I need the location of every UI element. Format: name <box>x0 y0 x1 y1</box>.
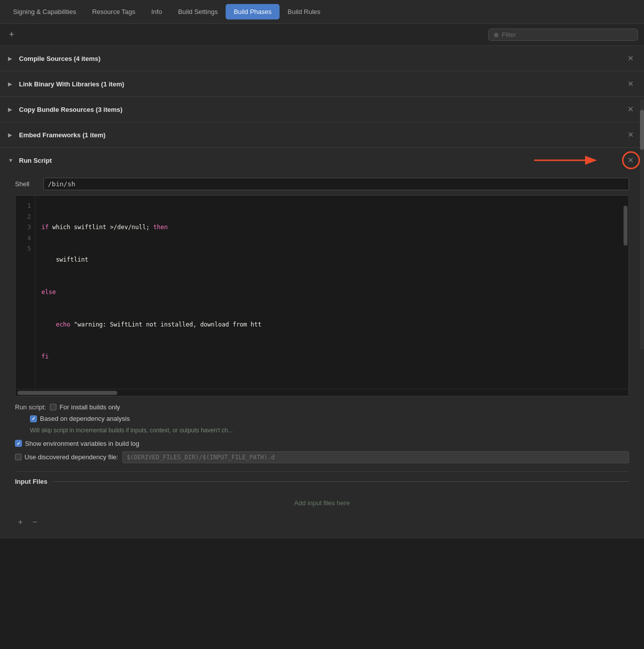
code-line-3: else <box>41 287 619 298</box>
code-lines: if which swiftlint >/dev/null; then swif… <box>35 196 629 389</box>
compile-sources-header[interactable]: ▶ Compile Sources (4 items) ✕ <box>0 46 644 71</box>
code-line-1: if which swiftlint >/dev/null; then <box>41 222 619 233</box>
run-script-option-row: Run script: For install builds only <box>15 403 629 411</box>
chevron-down-icon: ▼ <box>8 157 14 163</box>
add-remove-row: + − <box>15 512 629 528</box>
input-files-section: Input Files Add input files here + − <box>15 471 629 528</box>
dep-file-input[interactable] <box>122 451 629 463</box>
dep-file-checkbox[interactable] <box>15 454 21 460</box>
add-phase-button[interactable]: + <box>6 28 17 41</box>
show-env-vars-label: Show environment variables in build log <box>25 440 139 447</box>
link-binary-header[interactable]: ▶ Link Binary With Libraries (1 item) ✕ <box>0 71 644 96</box>
right-scrollbar[interactable] <box>640 100 644 349</box>
filter-input[interactable] <box>502 31 633 38</box>
run-script-close-button[interactable]: ✕ <box>626 155 636 166</box>
tab-build-phases[interactable]: Build Phases <box>226 4 280 19</box>
filter-icon: ⊜ <box>494 31 499 38</box>
input-files-title: Input Files <box>15 478 47 485</box>
code-line-2: swiftlint <box>41 255 619 266</box>
remove-input-file-button[interactable]: − <box>29 517 40 528</box>
run-script-section: ▼ Run Script ✕ Shell <box>0 148 644 538</box>
tab-info[interactable]: Info <box>143 4 170 19</box>
copy-bundle-close-button[interactable]: ✕ <box>626 104 636 115</box>
dep-file-row: Use discovered dependency file: <box>15 451 629 463</box>
code-editor[interactable]: 1 2 3 4 5 if which swiftlint >/dev/null;… <box>15 195 629 396</box>
embed-frameworks-close-button[interactable]: ✕ <box>626 129 636 140</box>
shell-label: Shell <box>15 180 37 188</box>
for-install-only-checkbox[interactable] <box>50 404 56 410</box>
main-content: ▶ Compile Sources (4 items) ✕ ▶ Link Bin… <box>0 46 644 538</box>
right-scrollbar-thumb[interactable] <box>640 110 644 150</box>
link-binary-title: Link Binary With Libraries (1 item) <box>19 80 124 88</box>
copy-bundle-section: ▶ Copy Bundle Resources (3 items) ✕ <box>0 97 644 122</box>
dependency-analysis-label: Based on dependency analysis <box>40 415 130 422</box>
for-install-only-label: For install builds only <box>59 403 120 411</box>
add-input-placeholder: Add input files here <box>15 489 629 512</box>
filter-container: ⊜ <box>488 28 638 41</box>
run-script-title: Run Script <box>19 157 52 164</box>
dependency-subtext: Will skip script in incremental builds i… <box>15 426 629 435</box>
dep-file-label: Use discovered dependency file: <box>24 453 118 461</box>
code-hscrollbar[interactable] <box>15 389 629 396</box>
dependency-analysis-row: Based on dependency analysis <box>15 415 629 422</box>
run-script-close-wrapper: ✕ <box>626 155 636 166</box>
tab-resource-tags[interactable]: Resource Tags <box>84 4 143 19</box>
compile-sources-close-button[interactable]: ✕ <box>626 53 636 64</box>
copy-bundle-title: Copy Bundle Resources (3 items) <box>19 106 122 113</box>
run-script-header[interactable]: ▼ Run Script ✕ <box>0 148 644 173</box>
link-binary-close-button[interactable]: ✕ <box>626 78 636 89</box>
input-files-header: Input Files <box>15 472 629 489</box>
toolbar: + ⊜ <box>0 24 644 46</box>
run-script-content: Shell 1 2 3 4 5 if which swiftlint >/dev… <box>0 173 644 538</box>
run-script-label: Run script: <box>15 403 46 411</box>
embed-frameworks-header[interactable]: ▶ Embed Frameworks (1 item) ✕ <box>0 122 644 147</box>
embed-frameworks-section: ▶ Embed Frameworks (1 item) ✕ <box>0 122 644 148</box>
shell-input[interactable] <box>43 178 629 190</box>
code-hscrollbar-thumb[interactable] <box>17 391 117 395</box>
line-numbers: 1 2 3 4 5 <box>15 196 35 389</box>
show-env-vars-checkbox[interactable] <box>15 440 22 447</box>
link-binary-section: ▶ Link Binary With Libraries (1 item) ✕ <box>0 71 644 97</box>
code-line-4: echo "warning: SwiftLint not installed, … <box>41 320 619 330</box>
tab-signing[interactable]: Signing & Capabilities <box>5 4 84 19</box>
tab-build-settings[interactable]: Build Settings <box>170 4 226 19</box>
code-line-5: fi <box>41 351 619 362</box>
dependency-analysis-checkbox[interactable] <box>30 415 37 422</box>
copy-bundle-header[interactable]: ▶ Copy Bundle Resources (3 items) ✕ <box>0 97 644 122</box>
code-scrollbar-thumb[interactable] <box>624 206 628 246</box>
compile-sources-section: ▶ Compile Sources (4 items) ✕ <box>0 46 644 71</box>
tab-build-rules[interactable]: Build Rules <box>280 4 328 19</box>
embed-frameworks-title: Embed Frameworks (1 item) <box>19 131 105 139</box>
compile-sources-title: Compile Sources (4 items) <box>19 55 100 62</box>
shell-row: Shell <box>15 178 629 190</box>
add-input-file-button[interactable]: + <box>15 517 25 528</box>
input-files-divider <box>53 481 629 482</box>
arrow-annotation <box>534 148 614 173</box>
chevron-right-icon: ▶ <box>8 132 14 138</box>
show-env-vars-row: Show environment variables in build log <box>15 440 629 447</box>
tab-bar: Signing & Capabilities Resource Tags Inf… <box>0 0 644 24</box>
chevron-right-icon: ▶ <box>8 106 14 113</box>
code-scrollbar-track <box>623 196 629 388</box>
chevron-right-icon: ▶ <box>8 55 14 62</box>
chevron-right-icon: ▶ <box>8 81 14 87</box>
